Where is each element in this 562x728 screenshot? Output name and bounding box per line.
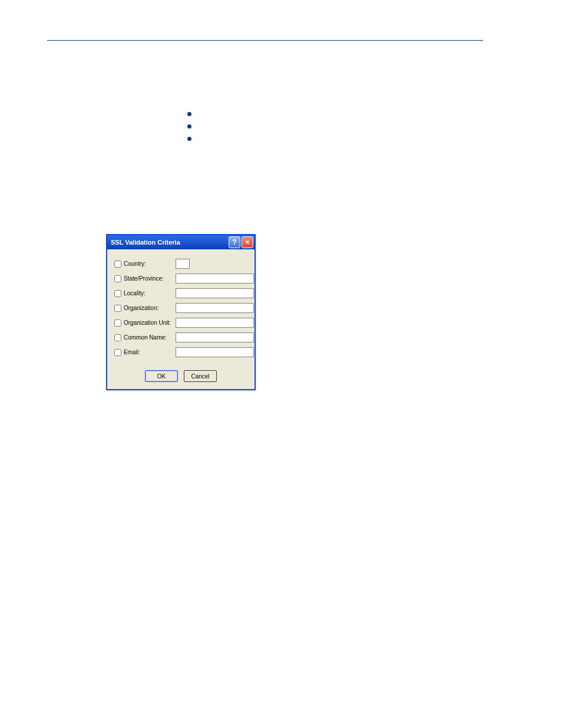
country-checkbox[interactable]	[114, 261, 121, 268]
close-button[interactable]: ×	[242, 236, 253, 248]
bullet-dot	[187, 137, 191, 141]
bullet-list	[187, 112, 191, 149]
common-name-checkbox[interactable]	[114, 334, 121, 341]
titlebar[interactable]: SSL Validation Criteria ? ×	[107, 235, 254, 249]
org-unit-input[interactable]	[176, 318, 254, 328]
common-name-input[interactable]	[176, 332, 254, 342]
organization-input[interactable]	[176, 303, 254, 313]
locality-checkbox[interactable]	[114, 290, 121, 297]
cancel-button[interactable]: Cancel	[184, 370, 217, 382]
email-label: Email:	[124, 349, 176, 355]
email-input[interactable]	[176, 347, 254, 357]
button-row: OK Cancel	[107, 367, 254, 389]
ok-button[interactable]: OK	[145, 370, 178, 382]
country-label: Country:	[124, 261, 176, 267]
email-checkbox[interactable]	[114, 349, 121, 356]
locality-input[interactable]	[176, 288, 254, 298]
help-button[interactable]: ?	[229, 236, 240, 248]
bullet-dot	[187, 112, 191, 116]
help-icon: ?	[232, 239, 236, 246]
ssl-validation-dialog: SSL Validation Criteria ? × Country: Sta…	[106, 234, 256, 390]
row-country: Country:	[114, 259, 247, 269]
organization-checkbox[interactable]	[114, 305, 121, 312]
divider	[47, 40, 483, 41]
form-area: Country: State/Province: Locality: Organ…	[107, 249, 254, 367]
common-name-label: Common Name:	[124, 334, 176, 341]
locality-label: Locality:	[124, 290, 176, 297]
state-checkbox[interactable]	[114, 275, 121, 282]
row-org-unit: Organization Unit:	[114, 318, 247, 328]
bullet-dot	[187, 124, 191, 129]
close-icon: ×	[245, 239, 249, 246]
row-locality: Locality:	[114, 288, 247, 298]
row-email: Email:	[114, 347, 247, 357]
row-organization: Organization:	[114, 303, 247, 313]
row-common-name: Common Name:	[114, 332, 247, 342]
state-input[interactable]	[176, 274, 254, 284]
state-label: State/Province:	[124, 275, 176, 282]
titlebar-buttons: ? ×	[229, 236, 253, 248]
organization-label: Organization:	[124, 305, 176, 311]
country-input[interactable]	[176, 259, 190, 269]
org-unit-checkbox[interactable]	[114, 319, 121, 327]
page-root: SSL Validation Criteria ? × Country: Sta…	[0, 0, 562, 728]
row-state: State/Province:	[114, 274, 247, 284]
org-unit-label: Organization Unit:	[124, 319, 176, 326]
dialog-title: SSL Validation Criteria	[111, 239, 229, 246]
